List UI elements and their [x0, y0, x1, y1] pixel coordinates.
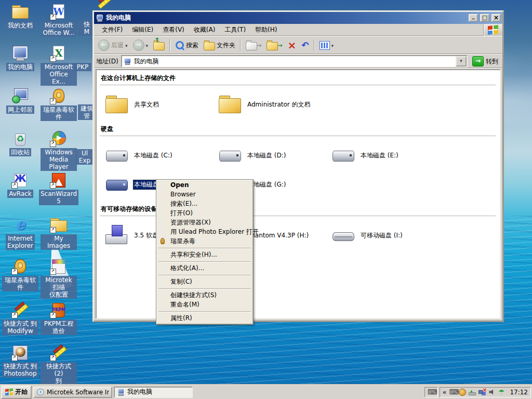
file-tile[interactable]: 本地磁盘 (D:) — [218, 142, 331, 168]
back-button[interactable]: 后退 — [96, 38, 130, 52]
desktop-icon[interactable]: Microsoft Office Ex... — [41, 46, 77, 86]
shortcut-arrow-icon — [11, 269, 18, 275]
umbrella-icon[interactable] — [498, 389, 506, 396]
desktop-icon[interactable]: ScanWizard 5 — [41, 172, 77, 205]
desktop-icon[interactable]: 回收站 — [2, 131, 38, 156]
taskbar-task-button[interactable]: 我的电脑 — [114, 387, 193, 398]
context-menu-item[interactable]: 重命名(M) — [157, 300, 252, 310]
context-menu-item[interactable]: 复制(C) — [157, 277, 252, 287]
green-up-icon[interactable] — [469, 389, 476, 396]
desktop-icon[interactable]: 瑞星杀毒软件 — [41, 88, 77, 121]
desktop-icon-image — [11, 259, 29, 274]
window-titlebar[interactable]: 我的电脑 — [94, 12, 502, 24]
tray-box: « 17:12 — [440, 387, 531, 397]
desktop-icon[interactable]: My Images — [41, 217, 77, 250]
search-button[interactable]: 搜索 — [173, 39, 201, 51]
menu-item[interactable]: 工具(T) — [220, 24, 250, 35]
desktop-icon-image — [11, 172, 29, 188]
context-menu-item[interactable]: 创建快捷方式(S) — [157, 291, 252, 300]
desktop-icon[interactable]: PKPM工程造价 — [41, 302, 77, 335]
desktop-icon[interactable]: Internet Explorer — [2, 217, 38, 250]
forward-dropdown-icon[interactable] — [146, 42, 149, 49]
desktop-icon[interactable]: 快捷方式 到 Photoshop — [2, 345, 38, 378]
desktop-icon-label: AvRack — [7, 190, 33, 198]
desktop-icon[interactable]: AvRack — [2, 172, 38, 198]
desktop-icon-label: 快捷方式 到 Modifyw — [2, 320, 38, 335]
desktop-icon-image — [50, 131, 68, 147]
cd-icon — [36, 389, 45, 396]
views-dropdown-icon[interactable] — [331, 42, 334, 49]
desktop-icon-image — [50, 46, 68, 61]
forward-button[interactable] — [131, 38, 151, 52]
file-tile[interactable]: 共享文档 — [105, 91, 218, 117]
undo-button[interactable] — [299, 39, 311, 51]
delete-button[interactable] — [286, 39, 299, 52]
desktop-icon-label: PKPM工程造价 — [41, 320, 77, 335]
keyboard-icon[interactable] — [428, 389, 435, 396]
address-combo[interactable]: 我的电脑 — [121, 55, 468, 68]
context-menu-item[interactable]: 打开(O) — [157, 209, 252, 218]
desktop-icon-label: ScanWizard 5 — [39, 190, 78, 205]
context-menu-item[interactable]: 搜索(E)... — [157, 200, 252, 209]
minimize-button[interactable] — [469, 14, 478, 22]
views-button[interactable] — [317, 39, 336, 51]
file-tile[interactable]: 本地磁盘 (E:) — [331, 142, 445, 168]
system-tray: « 17:12 — [424, 387, 531, 397]
rising-icon[interactable] — [459, 389, 466, 396]
context-menu-item[interactable]: 用 Ulead Photo Explorer 打开 — [157, 228, 252, 237]
desktop-icon[interactable]: Microsoft Office W... — [41, 4, 77, 37]
desktop-icon[interactable]: 我的电脑 — [2, 46, 38, 71]
menu-item[interactable]: 编辑(E) — [127, 24, 158, 35]
move-to-arrow-icon: → — [257, 42, 261, 49]
volume-icon[interactable] — [488, 389, 496, 396]
menu-item[interactable]: 帮助(H) — [250, 24, 282, 35]
desktop-icon[interactable]: 网上邻居 — [2, 88, 38, 114]
context-menu-item[interactable]: Browser — [157, 190, 252, 200]
context-menu-item[interactable]: Open — [157, 181, 252, 190]
desktop-icon-image — [11, 46, 29, 61]
desktop-icon-image — [50, 172, 68, 188]
context-menu-item[interactable]: 共享和安全(H)... — [157, 250, 252, 260]
shortcut-arrow-icon — [50, 14, 56, 20]
section-header: 硬盘 — [100, 124, 496, 136]
context-menu-item[interactable]: 格式化(A)... — [157, 264, 252, 273]
back-label: 后退 — [111, 41, 124, 50]
delete-icon — [288, 41, 297, 50]
menu-item[interactable]: 查看(V) — [158, 24, 189, 35]
file-tile[interactable]: 本地磁盘 (C:) — [105, 142, 218, 168]
back-dropdown-icon[interactable] — [125, 42, 128, 49]
desktop-icon[interactable]: Windows Media Player — [41, 131, 77, 171]
ruler-icon[interactable] — [96, 0, 113, 10]
file-tile[interactable]: Administrator 的文档 — [218, 91, 331, 117]
up-button[interactable]: ↑ — [151, 39, 167, 52]
folders-button[interactable]: 文件夹 — [202, 39, 237, 52]
input-method-box[interactable] — [424, 387, 438, 397]
shortcut-arrow-icon — [11, 312, 18, 318]
keyboard-icon[interactable] — [449, 389, 456, 396]
shortcut-arrow-icon — [50, 182, 56, 189]
desktop-icon[interactable]: 快捷方式 到 Modifyw — [2, 302, 38, 335]
lion-icon — [159, 238, 166, 245]
menu-item[interactable]: 文件(F) — [97, 24, 127, 35]
desktop-icon[interactable]: 我的文档 — [2, 4, 38, 30]
taskbar-task-button[interactable]: Microtek Software Install — [33, 387, 112, 398]
start-button[interactable]: 开始 — [1, 385, 32, 399]
close-button[interactable] — [491, 14, 501, 22]
desktop-icon[interactable]: Microtek 扫描 仪配置 — [41, 259, 77, 299]
context-menu-item[interactable]: 属性(R) — [157, 314, 252, 323]
go-button[interactable]: 转到 — [470, 56, 500, 67]
context-menu-item[interactable]: 资源管理器(X) — [157, 218, 252, 228]
desktop-icon[interactable]: 瑞星杀毒软件 — [2, 259, 38, 291]
address-dropdown-button[interactable] — [456, 56, 467, 66]
desktop-icon-image — [11, 88, 29, 104]
context-menu-item[interactable]: 瑞星杀毒 — [157, 237, 252, 246]
window-title: 我的电脑 — [106, 14, 467, 22]
move-to-button[interactable]: → — [244, 39, 263, 52]
maximize-button[interactable] — [480, 14, 489, 22]
copy-to-button[interactable]: → — [264, 39, 284, 52]
file-tile[interactable]: 可移动磁盘 (I:) — [331, 222, 445, 248]
menu-item[interactable]: 收藏(A) — [189, 24, 220, 35]
tray-chevron[interactable]: « — [443, 389, 447, 396]
net-offline-icon[interactable] — [478, 389, 486, 396]
file-tile-label: 可移动磁盘 (I:) — [360, 231, 404, 241]
